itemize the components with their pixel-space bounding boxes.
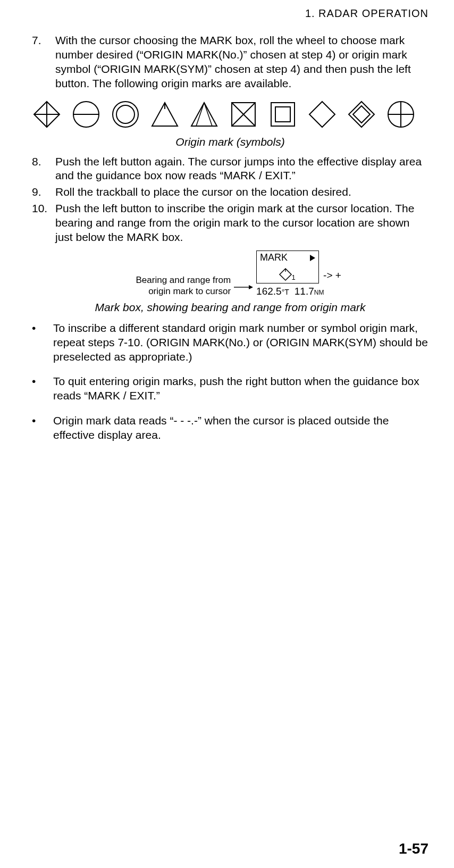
- svg-marker-25: [310, 255, 315, 261]
- step-7: 7. With the cursor choosing the MARK box…: [32, 34, 428, 91]
- mark-box-cursor-text: -> +: [323, 270, 341, 283]
- notes-list: • To inscribe a different standard origi…: [32, 321, 428, 443]
- svg-point-6: [116, 105, 134, 123]
- page-number: 1-57: [399, 840, 428, 857]
- instruction-list: 7. With the cursor choosing the MARK box…: [32, 34, 428, 91]
- step-8: 8. Push the left button again. The curso…: [32, 155, 428, 183]
- dropdown-arrow-icon: [310, 255, 315, 261]
- svg-rect-16: [275, 107, 290, 122]
- mark-box-number: 1: [291, 273, 295, 281]
- step-number: 9.: [32, 185, 55, 199]
- bullet-glyph: •: [32, 321, 53, 364]
- step-number: 7.: [32, 34, 55, 91]
- origin-mark-double-diamond-icon: [347, 99, 376, 129]
- svg-marker-24: [249, 285, 253, 289]
- origin-mark-circle-plus-icon: [386, 99, 416, 129]
- origin-mark-double-circle-icon: [111, 99, 140, 129]
- step-text: Roll the trackball to place the cursor o…: [55, 185, 428, 199]
- step-10: 10. Push the left button to inscribe the…: [32, 202, 428, 245]
- step-text: Push the left button again. The cursor j…: [55, 155, 428, 183]
- bearing-unit: °T: [282, 288, 289, 296]
- mark-box-block: MARK 1 -> +: [256, 251, 341, 297]
- annotation-line2: origin mark to cursor: [148, 286, 231, 296]
- note-text: To quit entering origin marks, push the …: [53, 374, 428, 403]
- note-1: • To inscribe a different standard origi…: [32, 321, 428, 364]
- page-header: 1. RADAR OPERATION: [32, 7, 428, 20]
- svg-marker-17: [309, 102, 335, 127]
- origin-mark-triangle-icon: [150, 99, 180, 129]
- annotation-arrow-icon: [234, 250, 253, 298]
- bearing-value: 162.5: [256, 286, 282, 297]
- bullet-glyph: •: [32, 374, 53, 403]
- mark-box-symbol-icon: [279, 268, 292, 281]
- note-text: To inscribe a different standard origin …: [53, 321, 428, 364]
- svg-marker-19: [353, 106, 370, 123]
- markbox-caption: Mark box, showing bearing and range from…: [32, 301, 428, 314]
- mark-box: MARK 1: [256, 251, 319, 283]
- origin-mark-triangle-inner-icon: [189, 99, 219, 129]
- note-2: • To quit entering origin marks, push th…: [32, 374, 428, 403]
- range-unit: NM: [314, 289, 324, 296]
- step-text: With the cursor choosing the MARK box, r…: [55, 34, 428, 91]
- range-value: 11.7: [295, 286, 314, 297]
- origin-mark-symbols: [32, 93, 428, 132]
- step-9: 9. Roll the trackball to place the curso…: [32, 185, 428, 199]
- step-text: Push the left button to inscribe the ori…: [55, 202, 428, 245]
- bullet-glyph: •: [32, 414, 53, 443]
- instruction-list-cont: 8. Push the left button again. The curso…: [32, 155, 428, 245]
- annotation-line1: Bearing and range from: [136, 275, 231, 285]
- bearing-range-readout: 162.5°T 11.7NM: [256, 286, 341, 297]
- origin-mark-circle-horiz-icon: [71, 99, 101, 129]
- mark-box-figure: Bearing and range from origin mark to cu…: [32, 250, 428, 298]
- mark-box-title: MARK: [260, 252, 288, 263]
- symbols-caption: Origin mark (symbols): [32, 136, 428, 148]
- origin-mark-diamond-icon: [307, 99, 337, 129]
- svg-rect-15: [271, 103, 295, 126]
- note-text: Origin mark data reads “- - -.-” when th…: [53, 414, 428, 443]
- note-3: • Origin mark data reads “- - -.-” when …: [32, 414, 428, 443]
- origin-mark-double-square-icon: [268, 99, 298, 129]
- origin-mark-square-x-icon: [229, 99, 258, 129]
- markbox-annotation: Bearing and range from origin mark to cu…: [119, 251, 231, 297]
- origin-mark-diamond-vert-icon: [32, 99, 62, 129]
- step-number: 8.: [32, 155, 55, 183]
- svg-marker-9: [191, 103, 217, 126]
- step-number: 10.: [32, 202, 55, 245]
